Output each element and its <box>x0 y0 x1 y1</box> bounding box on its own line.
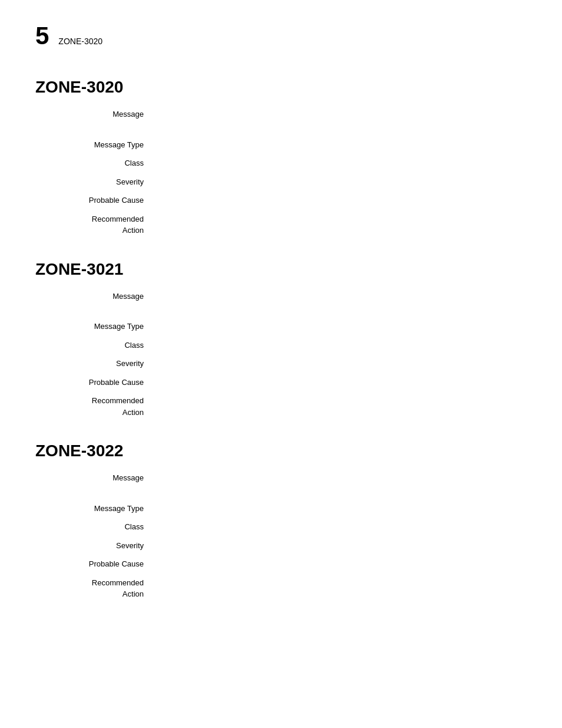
field-label-zone-3022-3: Severity <box>35 540 153 552</box>
field-value-zone-3022-5 <box>153 577 527 600</box>
field-row-zone-3021-2: Class <box>35 340 527 351</box>
field-row-zone-3022-1: Message Type <box>35 503 527 515</box>
field-label-zone-3022-5: RecommendedAction <box>35 577 153 600</box>
field-row-zone-3022-5: RecommendedAction <box>35 577 527 600</box>
field-value-zone-3021-5 <box>153 395 527 418</box>
field-value-zone-3020-5 <box>153 213 527 236</box>
field-value-zone-3021-2 <box>153 340 527 351</box>
field-label-zone-3021-2: Class <box>35 340 153 351</box>
field-value-zone-3021-1 <box>153 321 527 332</box>
field-row-zone-3021-5: RecommendedAction <box>35 395 527 418</box>
field-value-zone-3022-3 <box>153 540 527 552</box>
field-row-zone-3020-2: Class <box>35 157 527 169</box>
page-label: ZONE-3020 <box>58 37 103 46</box>
field-value-zone-3020-3 <box>153 176 527 188</box>
field-label-zone-3021-1: Message Type <box>35 321 153 332</box>
field-row-zone-3022-0: Message <box>35 472 527 484</box>
field-row-zone-3020-4: Probable Cause <box>35 195 527 206</box>
field-label-zone-3021-0: Message <box>35 291 153 302</box>
field-value-zone-3020-0 <box>153 108 527 120</box>
field-row-zone-3022-4: Probable Cause <box>35 558 527 570</box>
field-label-zone-3022-4: Probable Cause <box>35 558 153 570</box>
field-label-zone-3020-5: RecommendedAction <box>35 213 153 236</box>
field-row-zone-3020-5: RecommendedAction <box>35 213 527 236</box>
field-row-zone-3021-3: Severity <box>35 358 527 370</box>
field-value-zone-3020-2 <box>153 157 527 169</box>
zone-title-zone-3021: ZONE-3021 <box>35 260 527 279</box>
field-label-zone-3021-3: Severity <box>35 358 153 370</box>
field-value-zone-3020-4 <box>153 195 527 206</box>
field-label-zone-3021-5: RecommendedAction <box>35 395 153 418</box>
field-label-zone-3022-0: Message <box>35 472 153 484</box>
zone-title-zone-3020: ZONE-3020 <box>35 78 527 97</box>
field-value-zone-3022-1 <box>153 503 527 515</box>
field-label-zone-3022-1: Message Type <box>35 503 153 515</box>
zone-section-zone-3022: ZONE-3022MessageMessage TypeClassSeverit… <box>35 442 527 600</box>
zone-section-zone-3020: ZONE-3020MessageMessage TypeClassSeverit… <box>35 78 527 236</box>
field-row-zone-3021-1: Message Type <box>35 321 527 332</box>
field-row-zone-3020-0: Message <box>35 108 527 120</box>
field-value-zone-3021-0 <box>153 291 527 302</box>
field-row-zone-3022-3: Severity <box>35 540 527 552</box>
field-row-zone-3020-1: Message Type <box>35 139 527 151</box>
field-value-zone-3022-4 <box>153 558 527 570</box>
field-label-zone-3020-2: Class <box>35 157 153 169</box>
page-header: 5 ZONE-3020 <box>35 24 527 48</box>
field-value-zone-3021-3 <box>153 358 527 370</box>
field-label-zone-3022-2: Class <box>35 521 153 533</box>
field-label-zone-3020-4: Probable Cause <box>35 195 153 206</box>
zone-title-zone-3022: ZONE-3022 <box>35 442 527 460</box>
field-row-zone-3021-4: Probable Cause <box>35 377 527 388</box>
field-row-zone-3022-2: Class <box>35 521 527 533</box>
field-label-zone-3020-0: Message <box>35 108 153 120</box>
field-label-zone-3020-3: Severity <box>35 176 153 188</box>
field-row-zone-3021-0: Message <box>35 291 527 302</box>
page-number: 5 <box>35 24 49 48</box>
field-label-zone-3021-4: Probable Cause <box>35 377 153 388</box>
field-value-zone-3022-0 <box>153 472 527 484</box>
zone-section-zone-3021: ZONE-3021MessageMessage TypeClassSeverit… <box>35 260 527 419</box>
field-value-zone-3021-4 <box>153 377 527 388</box>
field-value-zone-3022-2 <box>153 521 527 533</box>
field-row-zone-3020-3: Severity <box>35 176 527 188</box>
field-label-zone-3020-1: Message Type <box>35 139 153 151</box>
field-value-zone-3020-1 <box>153 139 527 151</box>
